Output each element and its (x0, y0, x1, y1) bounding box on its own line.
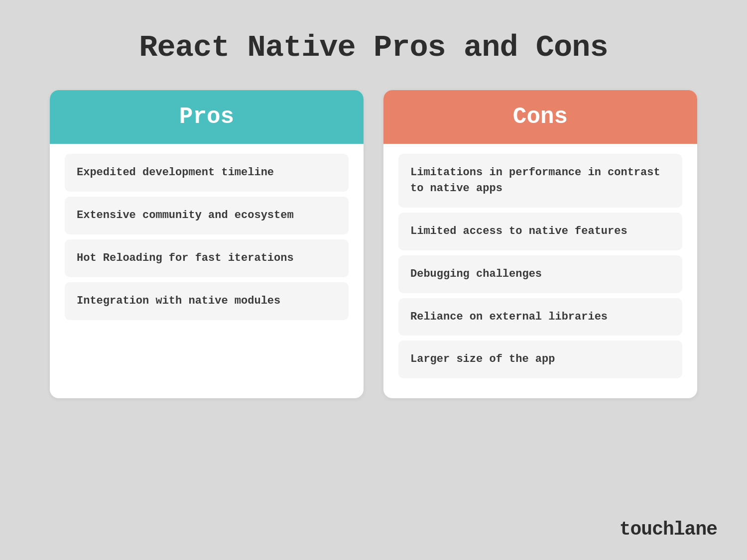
list-item: Larger size of the app (398, 340, 682, 378)
list-item: Extensive community and ecosystem (65, 197, 349, 234)
list-item-text: Integration with native modules (77, 295, 280, 307)
list-item-text: Limitations in performance in contrast t… (410, 166, 660, 195)
branding-logo: touchlane (620, 519, 717, 540)
page-title: React Native Pros and Cons (139, 30, 608, 65)
list-item-text: Reliance on external libraries (410, 311, 608, 323)
cons-items-list: Limitations in performance in contrast t… (383, 144, 697, 383)
list-item-text: Hot Reloading for fast iterations (77, 252, 294, 264)
list-item: Limitations in performance in contrast t… (398, 154, 682, 208)
cons-header: Cons (383, 90, 697, 144)
pros-title: Pros (179, 104, 234, 130)
columns-container: Pros Expedited development timelineExten… (50, 90, 697, 398)
list-item: Expedited development timeline (65, 154, 349, 192)
list-item-text: Debugging challenges (410, 268, 542, 280)
list-item: Integration with native modules (65, 282, 349, 320)
list-item-text: Limited access to native features (410, 225, 627, 237)
list-item-text: Extensive community and ecosystem (77, 209, 294, 222)
list-item: Limited access to native features (398, 213, 682, 250)
list-item: Reliance on external libraries (398, 298, 682, 336)
list-item: Debugging challenges (398, 255, 682, 293)
pros-card: Pros Expedited development timelineExten… (50, 90, 364, 398)
cons-card: Cons Limitations in performance in contr… (383, 90, 697, 398)
pros-header: Pros (50, 90, 364, 144)
list-item: Hot Reloading for fast iterations (65, 239, 349, 277)
list-item-text: Larger size of the app (410, 353, 555, 365)
cons-title: Cons (513, 104, 568, 130)
list-item-text: Expedited development timeline (77, 166, 274, 179)
pros-items-list: Expedited development timelineExtensive … (50, 144, 364, 325)
